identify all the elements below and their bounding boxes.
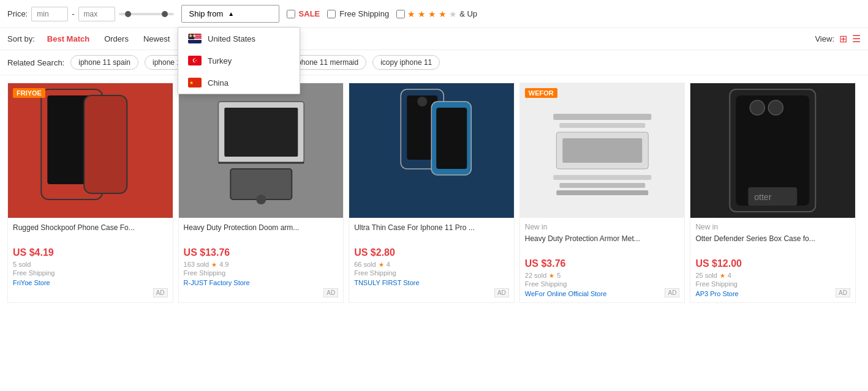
sold-count-2: 66 sold xyxy=(354,261,376,268)
product-meta-3: 22 sold ★ 5 xyxy=(525,272,680,279)
sale-checkbox[interactable] xyxy=(287,10,295,18)
us-flag-icon: ⭐⭐ xyxy=(188,34,202,43)
svg-point-7 xyxy=(256,195,266,204)
product-new-in-3: New in xyxy=(525,223,680,231)
product-store-2[interactable]: TNSULY FIRST Store xyxy=(354,279,509,286)
product-title-2: Ultra Thin Case For Iphone 11 Pro ... xyxy=(354,223,509,244)
rating-filter: ★ ★ ★ ★ ★ & Up xyxy=(396,9,477,19)
rating-val-3: 5 xyxy=(557,272,560,279)
product-card-0: FRIYOE Rugged Shockpoof Phone Case Fo...… xyxy=(7,83,173,303)
rating-checkbox[interactable] xyxy=(396,10,405,18)
cn-flag-icon: ★ xyxy=(188,78,202,88)
product-card-2: Ultra Thin Case For Iphone 11 Pro ... US… xyxy=(349,83,515,303)
dropdown-item-us[interactable]: ⭐⭐ United States xyxy=(178,28,300,50)
product-store-1[interactable]: R-JUST Factory Store xyxy=(184,279,339,286)
star-1-icon: ★ xyxy=(407,9,415,19)
product-info-0: Rugged Shockpoof Phone Case Fo... US $4.… xyxy=(8,218,173,291)
related-search-label: Related Search: xyxy=(7,58,64,67)
star-5-icon: ★ xyxy=(449,9,457,19)
ad-badge-4: AD xyxy=(836,288,850,297)
grid-view-icon[interactable]: ⊞ xyxy=(839,33,847,45)
product-store-3[interactable]: WeFor Online Official Store xyxy=(525,290,680,297)
rating-star-2: ★ xyxy=(379,261,384,268)
ad-badge-1: AD xyxy=(323,288,338,297)
product-info-3: New in Heavy Duty Protection Armor Met..… xyxy=(520,218,685,302)
price-dash: - xyxy=(72,9,74,18)
svg-rect-2 xyxy=(84,95,127,193)
product-new-in-4: New in xyxy=(695,223,850,231)
ship-from-dropdown: ⭐⭐ United States ☪ Turkey ★ China xyxy=(178,27,300,94)
rating-star-3: ★ xyxy=(549,272,554,279)
product-title-1: Heavy Duty Protection Doom arm... xyxy=(184,223,339,244)
related-tag-4[interactable]: icopy iphone 11 xyxy=(372,55,440,70)
sold-count-1: 163 sold xyxy=(184,261,209,268)
product-info-2: Ultra Thin Case For Iphone 11 Pro ... US… xyxy=(349,218,514,291)
sort-bar: Sort by: Best Match Orders Newest Price … xyxy=(0,28,868,50)
product-title-4: Otter Defender Series Box Case fo... xyxy=(695,234,850,255)
filter-bar: Price: - Ship from ▲ ⭐⭐ United States ☪ … xyxy=(0,0,868,28)
list-view-icon[interactable]: ☰ xyxy=(852,33,861,45)
product-image-4[interactable]: otter xyxy=(690,83,855,218)
star-2-icon: ★ xyxy=(418,9,426,19)
rating-val-2: 4 xyxy=(387,261,390,268)
price-slider[interactable] xyxy=(119,13,174,15)
product-meta-0: 5 sold xyxy=(13,261,168,268)
product-image-3[interactable] xyxy=(520,83,685,218)
dropdown-item-cn[interactable]: ★ China xyxy=(178,72,300,94)
chevron-up-icon: ▲ xyxy=(228,10,234,17)
product-meta-1: 163 sold ★ 4.9 xyxy=(184,261,339,268)
product-store-4[interactable]: AP3 Pro Store xyxy=(695,290,850,297)
sale-filter: SALE xyxy=(287,9,320,18)
product-shipping-0: Free Shipping xyxy=(13,269,168,277)
product-image-0[interactable] xyxy=(8,83,173,218)
product-card-1: Heavy Duty Protection Doom arm... US $13… xyxy=(178,83,344,303)
ad-badge-2: AD xyxy=(494,288,509,297)
rating-star-1: ★ xyxy=(211,261,217,268)
price-max-input[interactable] xyxy=(78,7,115,21)
product-badge-0: FRIYOE xyxy=(13,88,45,98)
and-up-label: & Up xyxy=(459,9,477,18)
product-card-4: otter New in Otter Defender Series Box C… xyxy=(690,83,856,303)
tr-flag-icon: ☪ xyxy=(188,56,202,65)
ad-badge-0: AD xyxy=(153,288,168,297)
sale-label: SALE xyxy=(299,9,320,18)
ship-from-button[interactable]: Ship from ▲ xyxy=(181,5,279,23)
product-info-1: Heavy Duty Protection Doom arm... US $13… xyxy=(179,218,344,291)
svg-rect-18 xyxy=(559,183,645,188)
dropdown-item-tr[interactable]: ☪ Turkey xyxy=(178,50,300,72)
product-title-3: Heavy Duty Protection Armor Met... xyxy=(525,234,680,255)
rating-val-4: 4 xyxy=(728,272,731,279)
product-store-0[interactable]: FriYoe Store xyxy=(13,279,168,286)
svg-rect-19 xyxy=(556,190,648,195)
product-meta-2: 66 sold ★ 4 xyxy=(354,261,509,268)
sort-by-label: Sort by: xyxy=(7,34,35,43)
free-shipping-checkbox[interactable] xyxy=(327,10,336,18)
ship-from-label: Ship from xyxy=(189,9,224,18)
ad-badge-3: AD xyxy=(665,288,679,297)
svg-point-22 xyxy=(750,100,765,115)
product-image-2[interactable] xyxy=(349,83,514,218)
svg-rect-13 xyxy=(553,114,651,120)
product-shipping-2: Free Shipping xyxy=(354,269,509,277)
products-grid: FRIYOE Rugged Shockpoof Phone Case Fo...… xyxy=(0,75,868,310)
sort-newest[interactable]: Newest xyxy=(141,33,172,45)
sold-count-3: 22 sold xyxy=(525,272,546,279)
related-tag-0[interactable]: iphone 11 spain xyxy=(70,55,138,70)
star-3-icon: ★ xyxy=(428,9,436,19)
svg-point-10 xyxy=(417,97,427,106)
rating-val-1: 4.9 xyxy=(219,261,228,268)
star-4-icon: ★ xyxy=(439,9,447,19)
product-meta-4: 25 sold ★ 4 xyxy=(695,272,850,279)
price-min-input[interactable] xyxy=(31,7,68,21)
svg-text:otter: otter xyxy=(755,192,772,202)
product-image-1[interactable] xyxy=(179,83,344,218)
product-badge-3: WEFOR xyxy=(525,88,557,98)
product-title-0: Rugged Shockpoof Phone Case Fo... xyxy=(13,223,168,244)
free-shipping-label: Free Shipping xyxy=(339,9,389,18)
sort-best-match[interactable]: Best Match xyxy=(45,33,92,45)
country-label: Turkey xyxy=(208,56,232,65)
country-label: China xyxy=(208,78,228,88)
svg-rect-4 xyxy=(224,108,298,157)
sort-orders[interactable]: Orders xyxy=(102,33,131,45)
price-label: Price: xyxy=(7,9,28,18)
